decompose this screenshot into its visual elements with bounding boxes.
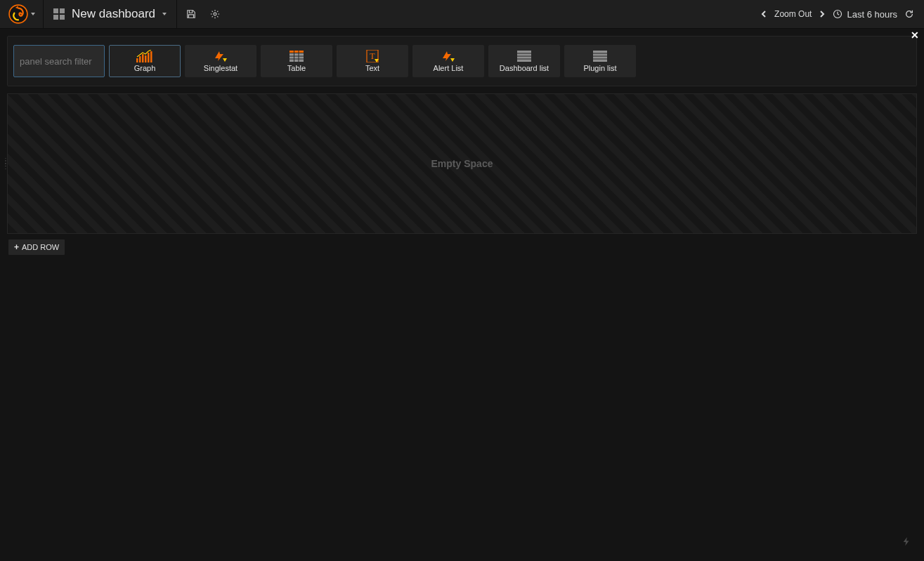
svg-rect-13: [289, 51, 304, 53]
refresh-button[interactable]: [904, 9, 914, 19]
svg-rect-4: [60, 15, 65, 20]
panel-tile-alert-list[interactable]: Alert List: [412, 45, 484, 77]
add-row-button[interactable]: + ADD ROW: [8, 239, 65, 255]
svg-rect-11: [148, 53, 150, 62]
panel-tile-singlestat[interactable]: Singlestat: [185, 45, 256, 77]
gear-icon: [210, 9, 220, 19]
singlestat-icon: [214, 50, 228, 62]
panel-tile-label: Table: [287, 64, 306, 72]
dashboard-grid-icon: [53, 8, 65, 20]
empty-space-label: Empty Space: [431, 158, 493, 169]
bolt-icon: [902, 536, 911, 546]
graph-icon: [136, 50, 154, 62]
caret-down-icon: [162, 13, 167, 15]
kiosk-toggle-button[interactable]: [902, 536, 911, 548]
panel-search-input[interactable]: [13, 45, 105, 77]
time-range-back-button[interactable]: [760, 11, 767, 18]
panel-tile-table[interactable]: Table: [261, 45, 332, 77]
panel-tile-label: Text: [365, 64, 379, 72]
dashboard-title-dropdown[interactable]: New dashboard: [44, 0, 177, 28]
text-icon: T: [365, 50, 379, 62]
panel-tile-plugin-list[interactable]: Plugin list: [564, 45, 636, 77]
time-range-picker[interactable]: Last 6 hours: [833, 9, 897, 20]
svg-rect-8: [139, 56, 141, 62]
svg-rect-14: [289, 53, 304, 62]
time-range-label: Last 6 hours: [847, 9, 897, 20]
time-range-forward-button[interactable]: [819, 11, 826, 18]
close-panel-picker-button[interactable]: ✕: [911, 29, 919, 41]
svg-point-5: [214, 13, 216, 15]
add-row-label: ADD ROW: [22, 243, 59, 251]
grafana-menu-button[interactable]: [0, 0, 44, 28]
clock-icon: [833, 9, 842, 19]
caret-down-icon: [31, 13, 35, 15]
panel-tile-dashboard-list[interactable]: Dashboard list: [488, 45, 560, 77]
panel-tile-label: Dashboard list: [500, 64, 549, 72]
svg-rect-3: [53, 15, 58, 20]
chevron-right-icon: [819, 11, 826, 18]
panel-tile-label: Plugin list: [583, 64, 616, 72]
zoom-out-button[interactable]: Zoom Out: [774, 9, 812, 19]
alert-list-icon: [441, 50, 455, 62]
panel-type-picker: ✕ Graph Singlestat: [7, 36, 917, 86]
svg-text:T: T: [370, 51, 375, 61]
svg-rect-10: [145, 55, 147, 62]
plus-icon: +: [14, 242, 19, 252]
row-drag-handle[interactable]: ⋮⋮⋮: [2, 159, 9, 168]
panel-tile-label: Graph: [134, 64, 156, 72]
save-icon: [186, 9, 196, 19]
svg-rect-2: [60, 8, 65, 13]
table-icon: [289, 50, 304, 62]
dashboard-row: ⋮⋮⋮ Empty Space: [7, 93, 917, 234]
svg-rect-12: [150, 51, 152, 62]
grafana-logo-icon: [8, 4, 28, 24]
svg-rect-1: [53, 8, 58, 13]
panel-tile-text[interactable]: T Text: [337, 45, 408, 77]
chevron-left-icon: [760, 11, 767, 18]
panel-tile-label: Singlestat: [204, 64, 237, 72]
svg-rect-7: [136, 58, 138, 62]
svg-rect-9: [142, 54, 144, 62]
refresh-icon: [904, 9, 914, 19]
panel-tile-label: Alert List: [434, 64, 464, 72]
navbar-right: Zoom Out Last 6 hours: [760, 0, 924, 28]
top-navbar: New dashboard Zoom Out Last 6 hours: [0, 0, 924, 29]
dashboard-list-icon: [517, 50, 531, 62]
panel-tile-graph[interactable]: Graph: [109, 45, 181, 77]
empty-panel-dropzone[interactable]: Empty Space: [7, 93, 917, 234]
dashboard-title: New dashboard: [72, 7, 155, 21]
dashboard-settings-button[interactable]: [201, 0, 229, 28]
plugin-list-icon: [593, 50, 607, 62]
